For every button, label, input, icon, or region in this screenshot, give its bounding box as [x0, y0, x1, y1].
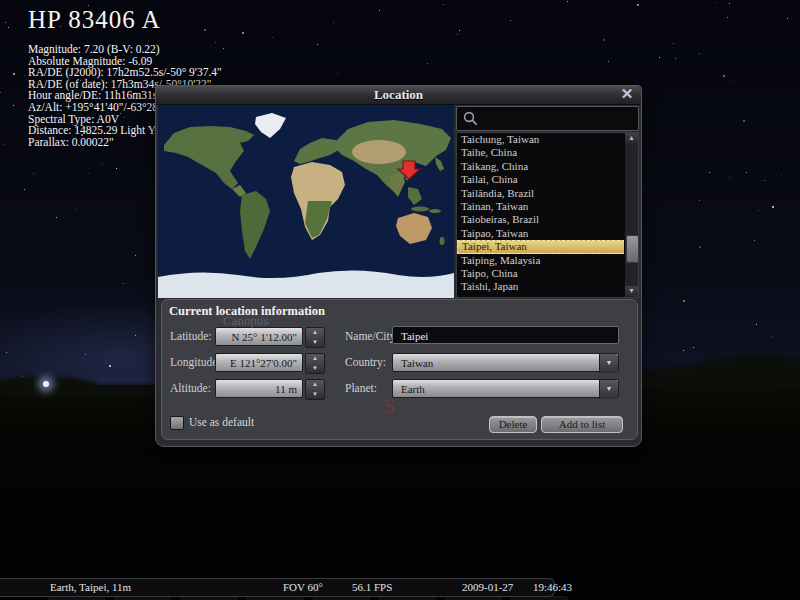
star — [716, 2, 717, 3]
city-list-item[interactable]: Taikang, China — [457, 160, 623, 173]
star — [729, 3, 730, 4]
latitude-field[interactable]: N 25° 1'12.00" — [215, 327, 303, 346]
panel-title: Current location information — [169, 304, 325, 319]
star — [729, 177, 730, 178]
close-icon[interactable]: ✕ — [618, 86, 636, 104]
altitude-spinner[interactable]: ▲ ▼ — [305, 379, 325, 400]
use-as-default-label: Use as default — [189, 416, 254, 428]
current-location-panel: Current location information Latitude: N… — [161, 299, 638, 440]
star — [743, 120, 745, 122]
city-list-item[interactable]: Taitung, Taiwan — [457, 294, 623, 298]
planet-label: Planet: — [345, 382, 377, 394]
star — [109, 365, 111, 367]
city-list-item[interactable]: Tailândia, Brazil — [457, 187, 623, 200]
star — [459, 30, 460, 31]
star — [5, 22, 6, 23]
longitude-label: Longitude: — [170, 356, 220, 368]
star — [608, 61, 609, 62]
name-city-input[interactable]: Taipei — [392, 326, 619, 344]
status-fps: 56.1 FPS — [352, 579, 392, 595]
star — [8, 27, 9, 28]
star — [746, 172, 747, 173]
star — [673, 43, 674, 44]
city-list-item[interactable]: Taipei, Taiwan — [457, 240, 625, 253]
location-dialog: Location ✕ — [155, 85, 642, 447]
star — [772, 206, 774, 208]
star — [24, 75, 25, 76]
star — [135, 335, 136, 336]
latitude-label: Latitude: — [170, 330, 212, 342]
star — [56, 217, 57, 218]
status-date: 2009-01-27 — [462, 579, 513, 595]
dialog-title: Location — [156, 86, 641, 104]
country-label: Country: — [345, 356, 386, 368]
spin-up-icon[interactable]: ▲ — [306, 380, 324, 389]
star — [675, 58, 676, 59]
star — [135, 255, 136, 256]
city-list-item[interactable]: Taiping, Malaysia — [457, 254, 623, 267]
use-as-default-checkbox[interactable] — [170, 416, 184, 430]
search-icon — [462, 110, 479, 127]
spin-down-icon[interactable]: ▼ — [306, 390, 324, 399]
star — [85, 354, 86, 355]
star — [727, 17, 728, 18]
world-map-image — [158, 105, 454, 298]
star — [333, 22, 334, 23]
spin-down-icon[interactable]: ▼ — [306, 364, 324, 373]
star — [683, 300, 685, 302]
star — [699, 246, 701, 248]
star — [758, 210, 759, 211]
dropdown-arrow-icon[interactable]: ▼ — [599, 380, 618, 399]
dialog-titlebar[interactable]: Location ✕ — [156, 86, 641, 105]
star — [33, 173, 34, 174]
star — [756, 324, 757, 325]
status-time: 19:46:43 — [533, 579, 572, 595]
star — [106, 363, 107, 364]
star — [75, 209, 76, 210]
spin-down-icon[interactable]: ▼ — [306, 338, 324, 347]
dropdown-arrow-icon[interactable]: ▼ — [599, 354, 618, 373]
longitude-spinner[interactable]: ▲ ▼ — [305, 353, 325, 374]
star — [457, 34, 458, 35]
star — [772, 336, 773, 337]
star — [3, 144, 4, 145]
list-scrollbar[interactable]: ▲ ▼ — [624, 133, 638, 297]
star — [13, 73, 15, 75]
longitude-field[interactable]: E 121°27'0.00" — [215, 353, 303, 372]
name-city-label: Name/City: — [345, 330, 399, 342]
city-list-item[interactable]: Taipao, Taiwan — [457, 227, 623, 240]
star — [643, 188, 644, 189]
star — [379, 10, 380, 11]
star — [781, 175, 782, 176]
city-list-item[interactable]: Taipo, China — [457, 267, 623, 280]
add-to-list-button[interactable]: Add to list — [541, 416, 623, 433]
star — [723, 75, 725, 77]
city-list-item[interactable]: Taihe, China — [457, 146, 623, 159]
star — [659, 57, 660, 58]
city-list-item[interactable]: Taiobeiras, Brazil — [457, 213, 623, 226]
latitude-spinner[interactable]: ▲ ▼ — [305, 327, 325, 348]
planet-dropdown[interactable]: Earth ▼ — [392, 379, 619, 398]
delete-button[interactable]: Delete — [489, 416, 537, 433]
star — [123, 283, 124, 284]
star — [510, 20, 511, 21]
country-dropdown[interactable]: Taiwan ▼ — [392, 353, 619, 372]
city-list-item[interactable]: Taichung, Taiwan — [457, 133, 623, 146]
world-map[interactable] — [158, 105, 454, 298]
altitude-field[interactable]: 11 m — [215, 379, 303, 398]
city-list-item[interactable]: Taishi, Japan — [457, 280, 623, 293]
search-input[interactable] — [456, 106, 639, 131]
status-location: Earth, Taipei, 11m — [50, 579, 131, 595]
scrollbar-up-icon[interactable]: ▲ — [625, 133, 638, 144]
city-list-item[interactable]: Tailai, China — [457, 173, 623, 186]
scrollbar-thumb[interactable] — [626, 235, 639, 263]
scrollbar-down-icon[interactable]: ▼ — [625, 286, 638, 297]
canopus-star[interactable] — [43, 381, 49, 387]
spin-up-icon[interactable]: ▲ — [306, 328, 324, 337]
star — [88, 173, 89, 174]
spin-up-icon[interactable]: ▲ — [306, 354, 324, 363]
star — [24, 189, 25, 190]
city-list-item[interactable]: Tainan, Taiwan — [457, 200, 623, 213]
status-bar: Earth, Taipei, 11m FOV 60° 56.1 FPS 2009… — [0, 578, 555, 597]
star — [567, 1, 568, 2]
